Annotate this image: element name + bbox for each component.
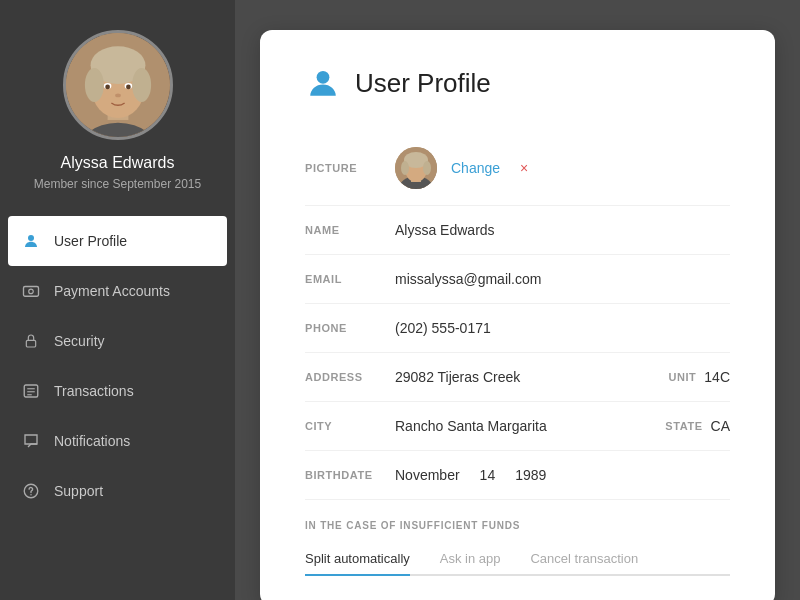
lock-icon bbox=[20, 330, 42, 352]
sidebar-item-support[interactable]: Support bbox=[0, 466, 235, 516]
sidebar-item-label-notifications: Notifications bbox=[54, 433, 130, 449]
sidebar-nav: User Profile Payment Accounts Security bbox=[0, 216, 235, 516]
svg-point-9 bbox=[105, 85, 110, 90]
svg-point-21 bbox=[30, 494, 32, 496]
birthdate-year: 1989 bbox=[515, 467, 546, 483]
city-field: CITY Rancho Santa Margarita STATE CA bbox=[305, 402, 730, 451]
picture-field: PICTURE Change × bbox=[305, 131, 730, 206]
sidebar-item-label-transactions: Transactions bbox=[54, 383, 134, 399]
remove-picture-button[interactable]: × bbox=[520, 160, 528, 176]
name-field: NAME Alyssa Edwards bbox=[305, 206, 730, 255]
user-profile-icon bbox=[305, 65, 341, 101]
state-section: STATE CA bbox=[665, 418, 730, 434]
sidebar: Alyssa Edwards Member since September 20… bbox=[0, 0, 235, 600]
svg-point-28 bbox=[401, 161, 409, 175]
address-row: 29082 Tijeras Creek UNIT 14C bbox=[395, 369, 730, 385]
profile-mini-avatar bbox=[395, 147, 437, 189]
svg-point-11 bbox=[115, 94, 121, 98]
email-label: EMAIL bbox=[305, 273, 395, 285]
card-header: User Profile bbox=[305, 65, 730, 101]
sidebar-item-user-profile[interactable]: User Profile bbox=[8, 216, 227, 266]
question-icon bbox=[20, 480, 42, 502]
svg-point-29 bbox=[423, 161, 431, 175]
profile-card: User Profile PICTURE Change bbox=[260, 30, 775, 600]
unit-section: UNIT 14C bbox=[668, 369, 730, 385]
page-title: User Profile bbox=[355, 68, 491, 99]
svg-point-22 bbox=[317, 71, 330, 84]
birthdate-day: 14 bbox=[480, 467, 496, 483]
birthdate-label: BIRTHDATE bbox=[305, 469, 395, 481]
sidebar-item-security[interactable]: Security bbox=[0, 316, 235, 366]
option-split-automatically[interactable]: Split automatically bbox=[305, 543, 410, 574]
unit-value: 14C bbox=[704, 369, 730, 385]
sidebar-item-label-payment-accounts: Payment Accounts bbox=[54, 283, 170, 299]
svg-point-12 bbox=[28, 235, 34, 241]
sidebar-item-label-support: Support bbox=[54, 483, 103, 499]
unit-label: UNIT bbox=[668, 371, 696, 383]
sidebar-item-label-security: Security bbox=[54, 333, 105, 349]
sidebar-user-since: Member since September 2015 bbox=[34, 177, 201, 191]
sidebar-item-payment-accounts[interactable]: Payment Accounts bbox=[0, 266, 235, 316]
insufficient-funds-label: IN THE CASE OF INSUFFICIENT FUNDS bbox=[305, 520, 730, 531]
dollar-icon bbox=[20, 280, 42, 302]
user-icon bbox=[20, 230, 42, 252]
change-picture-button[interactable]: Change bbox=[451, 160, 500, 176]
address-value: 29082 Tijeras Creek bbox=[395, 369, 668, 385]
email-value: missalyssa@gmail.com bbox=[395, 271, 730, 287]
phone-field: PHONE (202) 555-0171 bbox=[305, 304, 730, 353]
svg-rect-13 bbox=[24, 287, 39, 297]
sidebar-item-notifications[interactable]: Notifications bbox=[0, 416, 235, 466]
city-value: Rancho Santa Margarita bbox=[395, 418, 665, 434]
city-state-row: Rancho Santa Margarita STATE CA bbox=[395, 418, 730, 434]
state-label: STATE bbox=[665, 420, 702, 432]
birthdate-values: November 14 1989 bbox=[395, 467, 546, 483]
option-cancel-transaction[interactable]: Cancel transaction bbox=[530, 543, 638, 574]
state-value: CA bbox=[711, 418, 730, 434]
radio-options: Split automatically Ask in app Cancel tr… bbox=[305, 543, 730, 576]
avatar bbox=[63, 30, 173, 140]
list-icon bbox=[20, 380, 42, 402]
city-label: CITY bbox=[305, 420, 395, 432]
svg-point-14 bbox=[29, 289, 34, 294]
phone-label: PHONE bbox=[305, 322, 395, 334]
option-ask-in-app[interactable]: Ask in app bbox=[440, 543, 501, 574]
chat-icon bbox=[20, 430, 42, 452]
address-field: ADDRESS 29082 Tijeras Creek UNIT 14C bbox=[305, 353, 730, 402]
svg-rect-15 bbox=[26, 340, 35, 347]
name-label: NAME bbox=[305, 224, 395, 236]
picture-label: PICTURE bbox=[305, 162, 395, 174]
phone-value: (202) 555-0171 bbox=[395, 320, 730, 336]
insufficient-funds-section: IN THE CASE OF INSUFFICIENT FUNDS Split … bbox=[305, 520, 730, 576]
svg-point-10 bbox=[126, 85, 131, 90]
svg-point-5 bbox=[84, 68, 103, 102]
birthdate-month: November bbox=[395, 467, 460, 483]
picture-value: Change × bbox=[395, 147, 730, 189]
sidebar-item-label-user-profile: User Profile bbox=[54, 233, 127, 249]
birthdate-field: BIRTHDATE November 14 1989 bbox=[305, 451, 730, 500]
name-value: Alyssa Edwards bbox=[395, 222, 730, 238]
sidebar-user-name: Alyssa Edwards bbox=[61, 154, 175, 172]
main-content: User Profile PICTURE Change bbox=[235, 0, 800, 600]
address-label: ADDRESS bbox=[305, 371, 395, 383]
email-field: EMAIL missalyssa@gmail.com bbox=[305, 255, 730, 304]
sidebar-item-transactions[interactable]: Transactions bbox=[0, 366, 235, 416]
svg-point-6 bbox=[132, 68, 151, 102]
